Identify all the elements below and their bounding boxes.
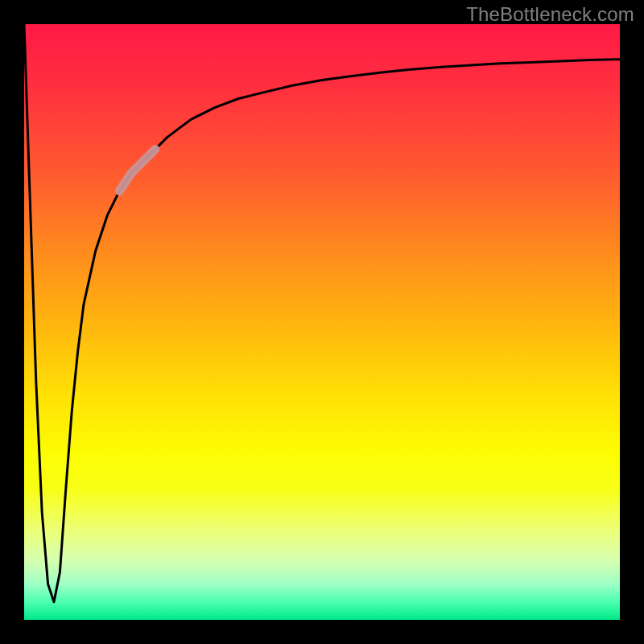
plot-area xyxy=(24,24,620,620)
watermark-text: TheBottleneck.com xyxy=(466,3,634,26)
bottleneck-curve xyxy=(24,24,620,602)
chart-frame: TheBottleneck.com xyxy=(0,0,644,644)
highlight-marker xyxy=(119,149,155,191)
curve-layer xyxy=(24,24,620,620)
